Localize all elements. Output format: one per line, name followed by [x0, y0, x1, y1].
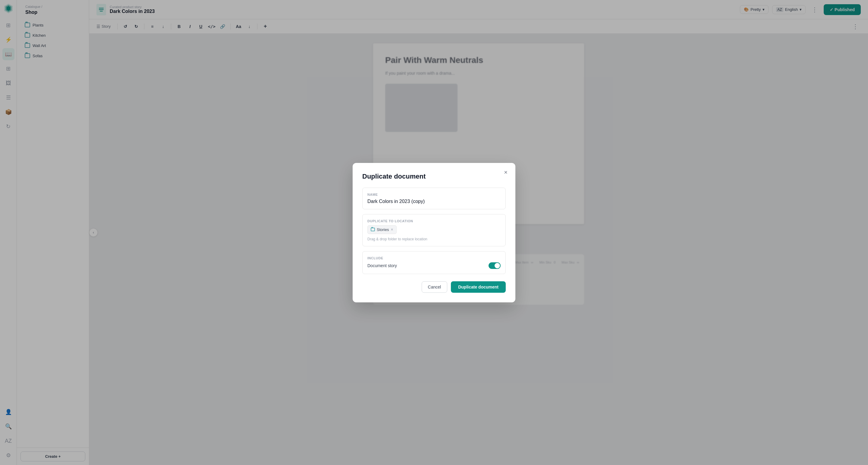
name-input[interactable]	[367, 199, 501, 204]
folder-icon	[371, 228, 375, 231]
name-label: Name	[367, 193, 501, 196]
location-tag-container: Stories ×	[367, 225, 501, 234]
location-label: Duplicate to location	[367, 219, 501, 223]
include-label: Include	[367, 256, 501, 260]
modal-close-button[interactable]: ×	[501, 168, 510, 177]
include-item: Document story	[367, 262, 501, 269]
location-tag: Stories ×	[367, 225, 397, 234]
location-tag-name: Stories	[377, 227, 389, 232]
modal-actions: Cancel Duplicate document	[362, 281, 506, 293]
modal-title: Duplicate document	[362, 173, 506, 180]
location-tag-remove-button[interactable]: ×	[391, 227, 393, 232]
document-story-toggle[interactable]	[489, 262, 501, 269]
name-section: Name	[362, 188, 506, 209]
drag-drop-hint: Drag & drop folder to replace location	[367, 237, 501, 241]
modal-overlay[interactable]: × Duplicate document Name Duplicate to l…	[0, 0, 868, 465]
cancel-button[interactable]: Cancel	[422, 281, 447, 293]
duplicate-document-modal: × Duplicate document Name Duplicate to l…	[352, 163, 516, 302]
duplicate-button[interactable]: Duplicate document	[451, 281, 506, 293]
include-item-name: Document story	[367, 263, 397, 268]
include-section: Include Document story	[362, 251, 506, 274]
location-section: Duplicate to location Stories × Drag & d…	[362, 214, 506, 246]
